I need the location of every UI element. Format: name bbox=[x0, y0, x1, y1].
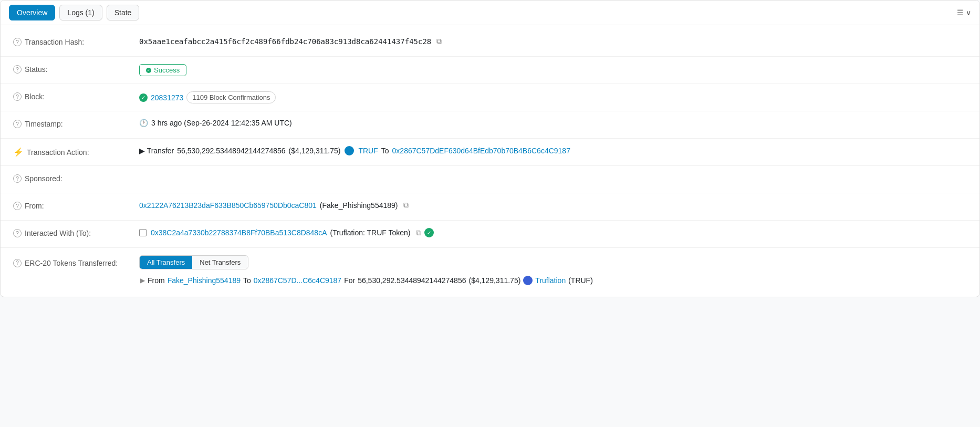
interacted-address-link[interactable]: 0x38C2a4a7330b22788374B8Ff70BBa513C8D848… bbox=[151, 228, 327, 237]
transaction-action-value: ▶ Transfer 56,530,292.53448942144274856 … bbox=[139, 146, 967, 155]
help-icon-interacted[interactable]: ? bbox=[13, 229, 22, 237]
transaction-hash-row: ? Transaction Hash: 0x5aae1ceafabcc2a415… bbox=[1, 29, 979, 57]
all-transfers-button[interactable]: All Transfers bbox=[140, 256, 192, 269]
transaction-action-label: ⚡ Transaction Action: bbox=[13, 146, 139, 157]
erc20-from-address[interactable]: Fake_Phishing554189 bbox=[168, 276, 241, 285]
to-address-link[interactable]: 0x2867C57DdEF630d64BfEdb70b70B4B6C6c4C91… bbox=[392, 147, 570, 155]
interacted-with-value: 0x38C2a4a7330b22788374B8Ff70BBa513C8D848… bbox=[139, 228, 967, 237]
to-label-erc20: To bbox=[243, 276, 251, 285]
interacted-with-label: ? Interacted With (To): bbox=[13, 228, 139, 237]
block-confirmations-badge: 1109 Block Confirmations bbox=[186, 91, 276, 103]
transfer-arrow: ▶ bbox=[140, 277, 145, 284]
help-icon-status[interactable]: ? bbox=[13, 65, 22, 74]
truf-token-icon bbox=[345, 146, 354, 155]
status-text: Success bbox=[154, 66, 180, 74]
timestamp-label: ? Timestamp: bbox=[13, 119, 139, 128]
verified-check-icon: ✓ bbox=[424, 228, 434, 237]
block-row: ? Block: ✓ 20831273 1109 Block Confirmat… bbox=[1, 84, 979, 111]
tabs-bar: Overview Logs (1) State ☰ ∨ bbox=[1, 1, 979, 25]
block-number-link[interactable]: 20831273 bbox=[151, 93, 183, 102]
tab-logs[interactable]: Logs (1) bbox=[59, 5, 102, 20]
help-icon-from[interactable]: ? bbox=[13, 202, 22, 210]
from-row: ? From: 0x2122A76213B23daF633B850Cb65975… bbox=[1, 193, 979, 221]
token-symbol-link[interactable]: TRUF bbox=[358, 147, 378, 155]
copy-hash-icon[interactable]: ⧉ bbox=[436, 37, 442, 46]
status-value: Success bbox=[139, 64, 967, 76]
lightning-icon: ⚡ bbox=[13, 147, 24, 157]
from-label: ? From: bbox=[13, 201, 139, 210]
from-value: 0x2122A76213B23daF633B850Cb659750Db0caC8… bbox=[139, 201, 967, 210]
erc20-to-address[interactable]: 0x2867C57D...C6c4C9187 bbox=[254, 276, 341, 285]
net-transfers-button[interactable]: Net Transfers bbox=[192, 256, 248, 269]
clock-icon: 🕐 bbox=[139, 119, 148, 127]
copy-interacted-icon[interactable]: ⧉ bbox=[416, 228, 421, 237]
chevron-down-icon: ∨ bbox=[966, 8, 971, 17]
transfer-usd: ($4,129,311.75) bbox=[289, 147, 341, 155]
help-icon-timestamp[interactable]: ? bbox=[13, 120, 22, 128]
tabs-left: Overview Logs (1) State bbox=[9, 5, 139, 20]
status-badge: Success bbox=[139, 64, 186, 76]
to-text: To bbox=[381, 147, 389, 155]
sponsored-label: ? Sponsored: bbox=[13, 173, 139, 183]
status-dot bbox=[146, 68, 151, 73]
from-address-link[interactable]: 0x2122A76213B23daF633B850Cb659750Db0caC8… bbox=[139, 201, 317, 210]
contract-icon bbox=[139, 229, 147, 236]
interacted-contract-label: (Truflation: TRUF Token) bbox=[330, 228, 411, 237]
erc20-transfer-lines: ▶ From Fake_Phishing554189 To 0x2867C57D… bbox=[13, 276, 967, 285]
list-icon: ☰ bbox=[957, 8, 964, 17]
timestamp-row: ? Timestamp: 🕐 3 hrs ago (Sep-26-2024 12… bbox=[1, 111, 979, 139]
help-icon-erc20[interactable]: ? bbox=[13, 259, 22, 267]
help-icon-sponsored[interactable]: ? bbox=[13, 174, 22, 183]
sponsored-row: ? Sponsored: bbox=[1, 166, 979, 193]
erc20-label: ? ERC-20 Tokens Transferred: bbox=[13, 258, 139, 267]
help-icon-block[interactable]: ? bbox=[13, 92, 22, 101]
truflation-token-name[interactable]: Truflation bbox=[535, 276, 566, 285]
transaction-action-row: ⚡ Transaction Action: ▶ Transfer 56,530,… bbox=[1, 139, 979, 166]
from-label-text: (Fake_Phishing554189) bbox=[320, 201, 398, 210]
block-value: ✓ 20831273 1109 Block Confirmations bbox=[139, 91, 967, 103]
transfer-prefix: ▶ Transfer bbox=[139, 147, 174, 155]
interacted-with-row: ? Interacted With (To): 0x38C2a4a7330b22… bbox=[1, 221, 979, 248]
copy-from-icon[interactable]: ⧉ bbox=[403, 201, 409, 210]
erc20-tokens-row: ? ERC-20 Tokens Transferred: All Transfe… bbox=[1, 248, 979, 293]
transaction-hash-value: 0x5aae1ceafabcc2a415f6cf2c489f66fdb24c70… bbox=[139, 37, 967, 46]
erc20-header: ? ERC-20 Tokens Transferred: All Transfe… bbox=[13, 255, 967, 269]
tab-overview[interactable]: Overview bbox=[9, 5, 55, 20]
token-symbol-erc20: (TRUF) bbox=[568, 276, 593, 285]
toolbar-menu[interactable]: ☰ ∨ bbox=[957, 8, 971, 17]
from-label-erc20: From bbox=[148, 276, 165, 285]
transaction-detail-card: Overview Logs (1) State ☰ ∨ ? Transactio… bbox=[0, 0, 980, 297]
erc20-amount: 56,530,292.53448942144274856 bbox=[358, 276, 466, 285]
erc20-transfer-line: ▶ From Fake_Phishing554189 To 0x2867C57D… bbox=[139, 276, 967, 285]
tab-state[interactable]: State bbox=[107, 5, 140, 20]
erc20-usd: ($4,129,311.75) bbox=[468, 276, 520, 285]
status-label: ? Status: bbox=[13, 64, 139, 74]
content-area: ? Transaction Hash: 0x5aae1ceafabcc2a415… bbox=[1, 25, 979, 297]
timestamp-value: 🕐 3 hrs ago (Sep-26-2024 12:42:35 AM UTC… bbox=[139, 119, 967, 127]
block-check-icon: ✓ bbox=[139, 93, 148, 102]
help-icon-hash[interactable]: ? bbox=[13, 38, 22, 46]
for-label-erc20: For bbox=[344, 276, 355, 285]
truflation-token-icon bbox=[523, 276, 533, 285]
block-label: ? Block: bbox=[13, 91, 139, 101]
status-row: ? Status: Success bbox=[1, 57, 979, 84]
hash-text: 0x5aae1ceafabcc2a415f6cf2c489f66fdb24c70… bbox=[139, 37, 431, 46]
transfer-toggle-group: All Transfers Net Transfers bbox=[139, 255, 248, 269]
timestamp-text: 3 hrs ago (Sep-26-2024 12:42:35 AM UTC) bbox=[151, 119, 292, 127]
transfer-amount: 56,530,292.53448942144274856 bbox=[177, 147, 285, 155]
transaction-hash-label: ? Transaction Hash: bbox=[13, 37, 139, 46]
erc20-buttons: All Transfers Net Transfers bbox=[139, 255, 967, 269]
